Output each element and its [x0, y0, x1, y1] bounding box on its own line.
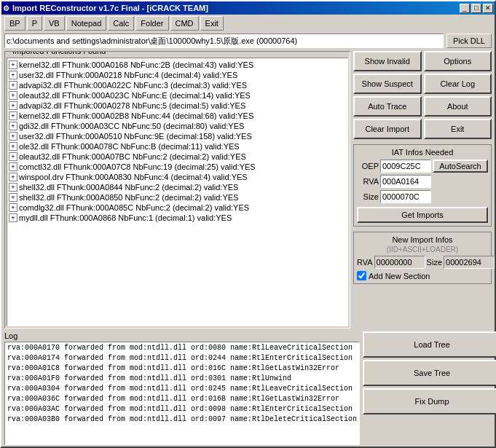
clear-import-button[interactable]: Clear Import	[353, 119, 422, 139]
tree-expand-icon[interactable]: +	[9, 91, 17, 100]
exit-button[interactable]: Exit	[424, 119, 492, 139]
log-panel: Log rva:000A0170 forwarded from mod:ntdl…	[4, 331, 360, 445]
p-button[interactable]: P	[27, 16, 42, 31]
address-input[interactable]	[4, 34, 444, 48]
oep-input[interactable]	[380, 160, 431, 173]
new-import-group: New Import Infos (IID+ASCII+LOADER) RVA …	[353, 232, 492, 284]
add-section-label: Add New Section	[369, 272, 430, 280]
imported-functions-group: Imported Functions Found +kernel32.dll F…	[4, 51, 350, 329]
tree-item[interactable]: +user32.dll FThunk:000A0510 NbFunc:9E (d…	[9, 131, 346, 141]
rva-row: RVA	[357, 175, 488, 188]
log-line: rva:000A01F0 forwarded from mod:ntdll.dl…	[7, 374, 357, 384]
rva-label: RVA	[357, 177, 379, 186]
tree-expand-icon[interactable]: +	[9, 203, 17, 212]
tree-item[interactable]: +mydll.dll FThunk:000A0868 NbFunc:1 (dec…	[9, 213, 346, 223]
calc-button[interactable]: Calc	[108, 16, 134, 31]
tree-item[interactable]: +comdlg32.dll FThunk:000A085C NbFunc:2 (…	[9, 203, 346, 213]
tree-item[interactable]: +oleaut32.dll FThunk:000A023C NbFunc:E (…	[9, 90, 346, 101]
tree-expand-icon[interactable]: +	[9, 152, 17, 161]
tree-item[interactable]: +kernel32.dll FThunk:000A02B8 NbFunc:44 …	[9, 111, 346, 121]
tree-expand-icon[interactable]: +	[9, 60, 17, 69]
tree-item[interactable]: +ole32.dll FThunk:000A078C NbFunc:B (dec…	[9, 141, 346, 152]
new-import-size-input[interactable]	[444, 256, 495, 269]
folder-button[interactable]: Folder	[135, 16, 168, 31]
close-button[interactable]: ✕	[483, 4, 493, 13]
tree-item[interactable]: +gdi32.dll FThunk:000A03CC NbFunc:50 (de…	[9, 121, 346, 131]
bottom-right-buttons: Load Tree Save Tree Fix Dump	[363, 331, 496, 445]
tree-expand-icon[interactable]: +	[9, 142, 17, 151]
tree-item[interactable]: +winspool.drv FThunk:000A0830 NbFunc:4 (…	[9, 172, 346, 182]
vb-button[interactable]: VB	[44, 16, 65, 31]
main-window: ⚙ Import REConstructor v1.7c Final - [iC…	[0, 0, 496, 448]
log-content[interactable]: rva:000A0170 forwarded from mod:ntdll.dl…	[4, 342, 360, 445]
tree-item[interactable]: +oleaut32.dll FThunk:000A07BC NbFunc:2 (…	[9, 152, 346, 162]
log-line: rva:000A03B0 forwarded from mod:ntdll.dl…	[7, 414, 357, 425]
tree-expand-icon[interactable]: +	[9, 71, 17, 79]
new-import-rva-input[interactable]	[374, 256, 425, 269]
tree-item-text: kernel32.dll FThunk:000A02B8 NbFunc:44 (…	[19, 111, 253, 120]
tree-item-text: user32.dll FThunk:000A0510 NbFunc:9E (de…	[19, 132, 252, 141]
options-button[interactable]: Options	[424, 51, 492, 71]
pick-dll-button[interactable]: Pick DLL	[446, 34, 492, 48]
size-input[interactable]	[380, 190, 431, 203]
auto-trace-button[interactable]: Auto Trace	[353, 96, 422, 117]
functions-tree-view[interactable]: +kernel32.dll FThunk:000A0168 NbFunc:2B …	[7, 58, 348, 326]
tree-item-text: oleaut32.dll FThunk:000A07BC NbFunc:2 (d…	[19, 152, 246, 161]
autosearch-button[interactable]: AutoSearch	[433, 160, 488, 173]
tree-item-text: gdi32.dll FThunk:000A03CC NbFunc:50 (dec…	[19, 122, 244, 130]
tree-expand-icon[interactable]: +	[9, 183, 17, 192]
tree-item-text: advapi32.dll FThunk:000A022C NbFunc:3 (d…	[19, 81, 247, 90]
notepad-button[interactable]: Notepad	[66, 16, 107, 31]
tree-item[interactable]: +shell32.dll FThunk:000A0850 NbFunc:2 (d…	[9, 192, 346, 203]
fix-dump-button[interactable]: Fix Dump	[363, 388, 496, 414]
get-imports-button[interactable]: Get Imports	[357, 207, 488, 223]
tree-item-text: shell32.dll FThunk:000A0844 NbFunc:2 (de…	[19, 183, 238, 192]
new-import-title: New Import Infos	[357, 235, 488, 244]
log-line: rva:000A0174 forwarded from mod:ntdll.dl…	[7, 353, 357, 363]
tree-expand-icon[interactable]: +	[9, 122, 17, 130]
clear-log-button[interactable]: Clear Log	[424, 74, 492, 94]
tree-item-text: user32.dll FThunk:000A0218 NbFunc:4 (dec…	[19, 71, 237, 79]
tree-item-text: kernel32.dll FThunk:000A0168 NbFunc:2B (…	[19, 60, 253, 69]
show-invalid-button[interactable]: Show Invalid	[353, 51, 422, 71]
add-section-checkbox[interactable]	[357, 271, 366, 280]
tree-item[interactable]: +user32.dll FThunk:000A0218 NbFunc:4 (de…	[9, 70, 346, 80]
tree-expand-icon[interactable]: +	[9, 193, 17, 202]
tree-expand-icon[interactable]: +	[9, 213, 17, 222]
show-suspect-button[interactable]: Show Suspect	[353, 74, 422, 94]
title-bar: ⚙ Import REConstructor v1.7c Final - [iC…	[1, 1, 495, 15]
tree-expand-icon[interactable]: +	[9, 111, 17, 120]
tree-item[interactable]: +kernel32.dll FThunk:000A0168 NbFunc:2B …	[9, 60, 346, 70]
tree-expand-icon[interactable]: +	[9, 81, 17, 90]
load-tree-button[interactable]: Load Tree	[363, 331, 496, 358]
tree-expand-icon[interactable]: +	[9, 162, 17, 171]
tree-expand-icon[interactable]: +	[9, 132, 17, 141]
minimize-button[interactable]: _	[460, 4, 470, 13]
tree-expand-icon[interactable]: +	[9, 173, 17, 181]
iat-infos-title: IAT Infos Needed	[357, 148, 488, 157]
add-section-row: Add New Section	[357, 271, 488, 280]
bp-button[interactable]: BP	[4, 16, 25, 31]
toolbar: BP P VB Notepad Calc Folder CMD Exit	[1, 15, 495, 32]
about-button[interactable]: About	[424, 96, 492, 117]
maximize-button[interactable]: □	[471, 4, 481, 13]
btn-row-1: Show Invalid Options	[353, 51, 492, 71]
tree-item-text: comdlg32.dll FThunk:000A085C NbFunc:2 (d…	[19, 203, 249, 212]
tree-item[interactable]: +advapi32.dll FThunk:000A022C NbFunc:3 (…	[9, 80, 346, 90]
rva-input[interactable]	[380, 175, 431, 188]
title-bar-text: ⚙ Import REConstructor v1.7c Final - [iC…	[3, 4, 208, 12]
tree-item[interactable]: +advapi32.dll FThunk:000A0278 NbFunc:5 (…	[9, 101, 346, 111]
log-line: rva:000A03AC forwarded from mod:ntdll.dl…	[7, 404, 357, 414]
save-tree-button[interactable]: Save Tree	[363, 360, 496, 386]
oep-row: OEP AutoSearch	[357, 160, 488, 173]
right-panel: Show Invalid Options Show Suspect Clear …	[353, 51, 492, 329]
main-content: Imported Functions Found +kernel32.dll F…	[1, 50, 495, 330]
tree-item[interactable]: +shell32.dll FThunk:000A0844 NbFunc:2 (d…	[9, 182, 346, 192]
tree-item-text: winspool.drv FThunk:000A0830 NbFunc:4 (d…	[19, 173, 248, 181]
window-title: Import REConstructor v1.7c Final - [iCRA…	[12, 4, 208, 12]
exit-toolbar-button[interactable]: Exit	[200, 16, 224, 31]
tree-expand-icon[interactable]: +	[9, 101, 17, 110]
tree-item-text: advapi32.dll FThunk:000A0278 NbFunc:5 (d…	[19, 101, 245, 110]
tree-item[interactable]: +comctl32.dll FThunk:000A07C8 NbFunc:19 …	[9, 162, 346, 172]
cmd-button[interactable]: CMD	[170, 16, 199, 31]
